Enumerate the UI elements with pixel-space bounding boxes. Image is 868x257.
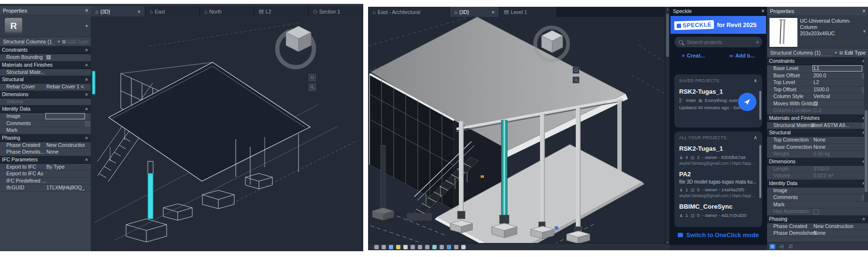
close-icon[interactable]: ×: [85, 6, 88, 15]
property-row-top-offset[interactable]: Top Offset1500.0: [767, 86, 868, 94]
view-scale-icon[interactable]: [374, 245, 379, 249]
close-tab-icon[interactable]: ×: [488, 9, 495, 15]
selection-filter[interactable]: Structural Columns (1): [770, 50, 833, 56]
property-row-phase-created[interactable]: Phase CreatedNew Construction: [767, 223, 868, 230]
collapse-chevron-icon[interactable]: «: [84, 93, 91, 96]
card-scrollbar[interactable]: [759, 145, 761, 198]
property-value[interactable]: 1TLXMjHkj8OQ_...: [46, 185, 85, 191]
temporary-hide-isolate-icon[interactable]: [432, 245, 437, 249]
sort-order-icon[interactable]: Z|: [788, 244, 794, 249]
view-tab-east[interactable]: ⌂East: [145, 6, 200, 16]
section-header-constraints[interactable]: Constraints«: [0, 46, 91, 54]
section-header-identity-data[interactable]: Identity Data«: [0, 105, 91, 113]
project-name[interactable]: BBIMC_CoreSync: [674, 198, 762, 210]
visual-style-icon[interactable]: [389, 245, 393, 249]
project-name[interactable]: PA2: [674, 166, 762, 178]
property-row-rebar-cover[interactable]: Rebar CoverRebar Cover 1 <...: [0, 84, 91, 91]
section-header-phasing[interactable]: Phasing«: [767, 215, 868, 223]
scrollbar-thumb[interactable]: [666, 14, 669, 57]
close-tab-icon[interactable]: ×: [134, 9, 141, 14]
property-value[interactable]: C-1: [813, 107, 862, 114]
section-header-dimensions[interactable]: Dimensions«: [767, 158, 868, 166]
card-scrollbar[interactable]: [759, 91, 761, 120]
property-row-export-to-ifc-as[interactable]: Export to IFC As: [0, 171, 91, 178]
property-value[interactable]: None: [813, 230, 862, 237]
property-value[interactable]: 0.022 m³: [813, 172, 862, 179]
collapse-chevron-icon[interactable]: «: [84, 63, 91, 66]
property-row-comments[interactable]: Comments: [0, 120, 91, 128]
property-row-base-offset[interactable]: Base Offset200.0: [767, 72, 868, 80]
section-header-dimensions[interactable]: Dimensions«: [0, 91, 91, 99]
property-value[interactable]: L2: [813, 79, 862, 86]
panel-scrollbar[interactable]: [864, 57, 868, 202]
property-value[interactable]: 0.00 kg: [813, 151, 862, 157]
property-value[interactable]: 200.0: [813, 72, 862, 79]
property-row-column-location[interactable]: Column Location...C-1: [767, 107, 868, 114]
sort-alpha-icon[interactable]: A|: [779, 244, 784, 249]
type-selector[interactable]: UC-Universal Column- Column 203x203x46UC…: [767, 16, 868, 48]
selection-filter[interactable]: Structural Columns (1: [3, 39, 56, 45]
property-value-input[interactable]: L1: [812, 65, 862, 71]
create-project-button[interactable]: + Creat...: [682, 51, 705, 60]
property-row-top-connection[interactable]: Top ConnectionNone: [767, 137, 868, 144]
property-row-export-to-ifc[interactable]: Export to IFCBy Type: [0, 164, 91, 171]
property-value[interactable]: 3700.0: [813, 166, 862, 172]
view-tab-north[interactable]: ⌂North: [200, 6, 255, 16]
collapse-chevron-icon[interactable]: «: [84, 108, 91, 111]
detail-level-icon[interactable]: [382, 245, 386, 249]
checkbox-room-bounding[interactable]: ✓: [46, 55, 51, 59]
view-tab-east-architectural[interactable]: ⌂East - Architectural: [368, 7, 450, 17]
chevron-down-icon[interactable]: ▾: [57, 39, 60, 44]
associate-parameter-box[interactable]: [85, 121, 90, 127]
view-tab-section-1[interactable]: ◇Section 1: [309, 6, 363, 16]
type-selector[interactable]: R ▾: [0, 15, 91, 37]
property-row-phase-created[interactable]: Phase CreatedNew Construction: [0, 142, 91, 149]
shadows-icon[interactable]: [403, 245, 408, 249]
chevron-up-icon[interactable]: ∧: [754, 135, 757, 140]
add-by-url-button[interactable]: ∞ Add b...: [729, 51, 754, 60]
property-value[interactable]: Vertical: [813, 93, 862, 100]
property-row-column-style[interactable]: Column StyleVertical: [767, 93, 868, 100]
section-header-ifc-parameters[interactable]: IFC Parameters«: [0, 156, 91, 164]
property-row-weight[interactable]: Weight0.00 kg: [767, 151, 868, 158]
property-value[interactable]: Steel ASTM A9...: [811, 122, 862, 129]
collapse-chevron-icon[interactable]: «: [84, 49, 91, 52]
property-row-phase-demolis[interactable]: Phase Demolis...None: [0, 149, 91, 156]
checkbox-has-association[interactable]: [813, 209, 819, 214]
search-bar[interactable]: ≡: [674, 37, 762, 47]
filter-icon[interactable]: ≡: [756, 39, 759, 45]
model-name[interactable]: Everything: ever...: [705, 98, 741, 103]
chevron-down-icon[interactable]: ▾: [85, 23, 88, 29]
property-row-image[interactable]: Image: [0, 113, 91, 120]
property-row-has-association[interactable]: Has Association: [767, 208, 868, 215]
property-value[interactable]: 1500.0: [813, 86, 862, 93]
crop-view-icon[interactable]: [418, 245, 422, 249]
collapse-chevron-icon[interactable]: «: [84, 78, 91, 81]
scrollbar-thumb[interactable]: [865, 110, 868, 192]
section-header-constraints[interactable]: Constraints«: [767, 57, 868, 65]
all-projects-header[interactable]: ALL YOUR PROJECTS: ∧: [674, 131, 762, 140]
collapse-chevron-icon[interactable]: «: [84, 136, 91, 139]
chevron-down-icon[interactable]: ▾: [835, 50, 837, 55]
selected-column[interactable]: [501, 120, 507, 215]
branch-name[interactable]: main: [686, 98, 696, 103]
property-value[interactable]: New Construction: [813, 223, 862, 230]
reveal-hidden-elements-icon[interactable]: [440, 245, 444, 249]
temporary-view-properties-icon[interactable]: [447, 245, 451, 249]
viewport-3d-shaded[interactable]: ⌂East - Architectural⌂{3D}×▤Level 1: [368, 7, 665, 250]
property-row-image[interactable]: Image: [767, 187, 868, 195]
property-value[interactable]: None: [813, 137, 862, 143]
property-row-comments[interactable]: Comments: [767, 194, 868, 201]
property-row-length[interactable]: Length3700.0: [767, 166, 868, 173]
property-value-input[interactable]: [45, 113, 85, 119]
chevron-down-icon[interactable]: ▾: [863, 29, 866, 34]
chevron-up-icon[interactable]: ∧: [754, 78, 757, 83]
section-header-phasing[interactable]: Phasing«: [0, 134, 91, 142]
property-row-ifcguid[interactable]: IfcGUID1TLXMjHkj8OQ_...: [0, 185, 91, 192]
property-row-base-level[interactable]: Base LevelL1: [767, 65, 868, 72]
property-row-mark[interactable]: Mark: [767, 201, 868, 209]
project-entry-rsk2-tugas-1[interactable]: RSK2-Tugas_1♟4▤2- owner - 8305fb67a9asyb…: [674, 140, 762, 166]
sun-path-icon[interactable]: [396, 245, 400, 249]
switch-mode-button[interactable]: Switch to OneClick mode: [669, 232, 767, 239]
edit-type-button[interactable]: ▦ Edit Type: [62, 39, 91, 44]
